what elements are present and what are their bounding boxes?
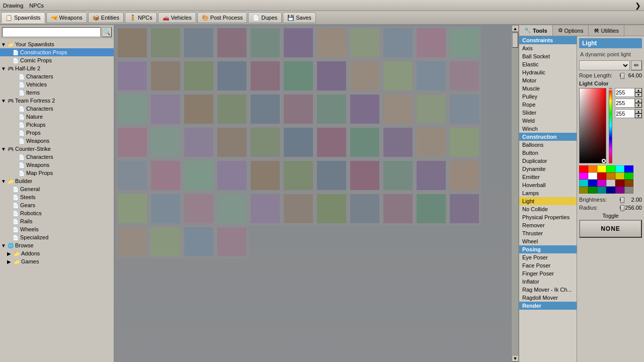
grid-item[interactable] <box>381 126 415 159</box>
tree-item-tf2[interactable]: ▼ 🎮 Team Fortress 2 <box>0 97 114 105</box>
tree-item-builder-gears[interactable]: 📄 Gears <box>0 201 114 209</box>
grid-item[interactable] <box>315 159 348 192</box>
tree-item-builder-rails[interactable]: 📄 Rails <box>0 217 114 225</box>
toggle-hl2[interactable]: ▼ <box>1 66 7 71</box>
grid-item[interactable] <box>415 59 448 93</box>
tree-item-tf2-nature[interactable]: 📄 Nature <box>0 113 114 121</box>
brightness-thumb[interactable] <box>620 197 624 203</box>
grid-item[interactable] <box>315 93 348 126</box>
grid-item[interactable] <box>415 159 448 192</box>
grid-item[interactable] <box>215 93 249 126</box>
tab-weapons[interactable]: 🔫 Weapons <box>46 12 87 23</box>
radius-slider[interactable] <box>620 206 621 209</box>
construction-hoverball[interactable]: Hoverball <box>519 181 577 189</box>
construction-nocollide[interactable]: No Collide <box>519 205 577 213</box>
construction-emitter[interactable]: Emitter <box>519 173 577 181</box>
grid-item[interactable] <box>415 126 448 159</box>
grid-item[interactable] <box>116 59 149 93</box>
collapse-arrow[interactable]: ❯ <box>635 2 641 10</box>
grid-item[interactable] <box>249 93 282 126</box>
tree-item-cs-weapons[interactable]: 📄 Weapons <box>0 161 114 169</box>
color-swatch[interactable] <box>606 172 615 179</box>
constraint-slider[interactable]: Slider <box>519 109 577 117</box>
grid-item[interactable] <box>182 93 215 126</box>
color-swatch[interactable] <box>588 172 597 179</box>
color-swatch[interactable] <box>624 187 633 194</box>
brightness-slider[interactable] <box>620 198 621 201</box>
scroll-up-button[interactable]: ▲ <box>512 25 518 32</box>
color-swatch[interactable] <box>624 172 633 179</box>
construction-duplicator[interactable]: Duplicator <box>519 157 577 165</box>
scroll-down-button[interactable]: ▼ <box>512 355 518 362</box>
color-swatch[interactable] <box>615 172 624 179</box>
grid-item[interactable] <box>282 126 315 159</box>
grid-item[interactable] <box>315 126 348 159</box>
construction-thruster[interactable]: Thruster <box>519 229 577 237</box>
grid-item[interactable] <box>249 26 282 59</box>
grid-item[interactable] <box>315 59 348 93</box>
grid-item[interactable] <box>415 26 448 59</box>
toggle-builder[interactable]: ▼ <box>1 178 7 184</box>
tree-item-games[interactable]: ▶ 📁 Games <box>0 257 114 265</box>
rgb-b-up[interactable]: ▲ <box>635 109 642 114</box>
grid-item[interactable] <box>381 93 415 126</box>
tree-item-comic-props[interactable]: 📄 Comic Props <box>0 56 114 64</box>
tree-item-tf2-weapons[interactable]: 📄 Weapons <box>0 137 114 145</box>
grid-item[interactable] <box>249 192 282 225</box>
posing-ragdoll-mover[interactable]: Ragdoll Mover <box>519 294 577 302</box>
grid-item[interactable] <box>149 126 182 159</box>
grid-item[interactable] <box>149 26 182 59</box>
menu-npcs[interactable]: NPCs <box>29 3 44 9</box>
rgb-g-up[interactable]: ▲ <box>635 99 642 103</box>
posing-inflator[interactable]: Inflator <box>519 278 577 286</box>
tab-dupes[interactable]: 📄 Dupes <box>248 12 282 23</box>
color-swatch[interactable] <box>606 165 615 172</box>
toggle-tf2[interactable]: ▼ <box>1 98 7 104</box>
grid-item[interactable] <box>282 59 315 93</box>
tree-item-hl2-characters[interactable]: 📄 Characters <box>0 72 114 80</box>
tree-item-builder-robotics[interactable]: 📄 Robotics <box>0 209 114 217</box>
posing-ragmover-ik[interactable]: Rag Mover - Ik Ch... <box>519 286 577 294</box>
search-input[interactable] <box>2 27 101 37</box>
grid-item[interactable] <box>182 192 215 225</box>
constraint-hydraulic[interactable]: Hydraulic <box>519 68 577 76</box>
grid-item[interactable] <box>348 192 381 225</box>
grid-item[interactable] <box>149 159 182 192</box>
grid-item[interactable] <box>315 192 348 225</box>
tree-item-builder[interactable]: ▼ 📁 Builder <box>0 177 114 185</box>
color-swatch[interactable] <box>579 172 588 179</box>
toggle-your-spawnlists[interactable]: ▼ <box>1 42 7 47</box>
construction-lamps[interactable]: Lamps <box>519 189 577 197</box>
tree-item-hl2-items[interactable]: 📄 Items <box>0 88 114 97</box>
grid-item[interactable] <box>249 126 282 159</box>
vertical-scrollbar[interactable]: ▲ ▼ <box>511 25 518 362</box>
construction-button[interactable]: Button <box>519 149 577 157</box>
tab-npcs[interactable]: 🧍 NPCs <box>125 12 157 23</box>
color-swatch[interactable] <box>615 187 624 194</box>
grid-item[interactable] <box>448 126 481 159</box>
grid-item[interactable] <box>215 192 249 225</box>
rgb-b-down[interactable]: ▼ <box>635 114 642 118</box>
tree-item-half-life-2[interactable]: ▼ 🎮 Half-Life 2 <box>0 64 114 72</box>
rgb-g-down[interactable]: ▼ <box>635 103 642 108</box>
posing-eye[interactable]: Eye Poser <box>519 253 577 261</box>
grid-item[interactable] <box>116 192 149 225</box>
grid-item[interactable] <box>448 26 481 59</box>
tree-item-addons[interactable]: ▶ 📁 Addons <box>0 249 114 257</box>
constraint-winch[interactable]: Winch <box>519 125 577 133</box>
constraint-weld[interactable]: Weld <box>519 117 577 125</box>
tree-item-builder-specialized[interactable]: 📄 Specialized <box>0 233 114 241</box>
toggle-browse[interactable]: ▼ <box>1 243 7 248</box>
grid-item[interactable] <box>348 26 381 59</box>
tree-item-builder-steels[interactable]: 📄 Steels <box>0 193 114 201</box>
tree-item-hl2-vehicles[interactable]: 📄 Vehicles <box>0 80 114 88</box>
grid-item[interactable] <box>249 159 282 192</box>
grid-item[interactable] <box>282 93 315 126</box>
grid-item[interactable] <box>182 126 215 159</box>
tree-item-browse[interactable]: ▼ 🌐 Browse <box>0 241 114 249</box>
grid-item[interactable] <box>415 93 448 126</box>
construction-balloons[interactable]: Balloons <box>519 141 577 149</box>
rgb-r-input[interactable] <box>615 88 635 97</box>
grid-item[interactable] <box>215 225 249 258</box>
color-swatch[interactable] <box>597 179 606 187</box>
